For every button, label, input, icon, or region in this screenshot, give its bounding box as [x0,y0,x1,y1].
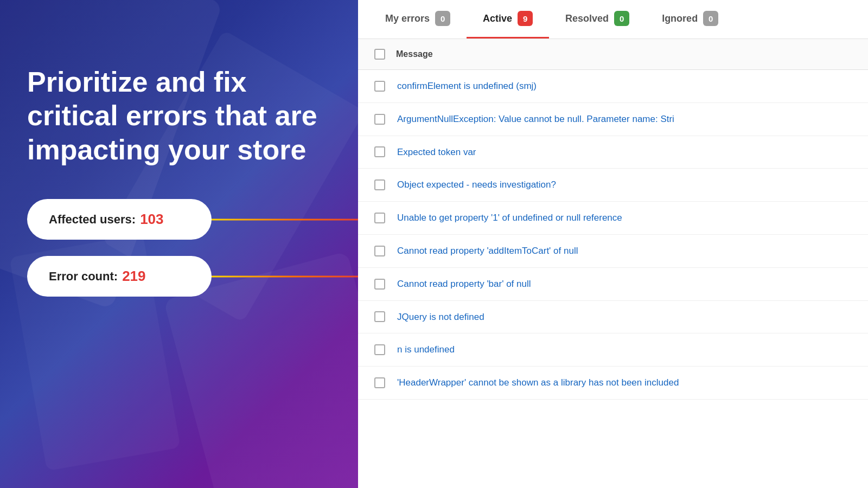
error-message: confirmElement is undefined (smj) [397,80,537,93]
error-message: Object expected - needs investigation? [397,178,556,191]
error-checkbox[interactable] [374,344,385,355]
error-message: ArgumentNullException: Value cannot be n… [397,113,674,126]
affected-users-line [212,219,358,220]
affected-users-label: Affected users: [49,213,136,227]
tab-label: Resolved [565,13,609,24]
error-row[interactable]: ArgumentNullException: Value cannot be n… [358,103,868,136]
affected-users-card: Affected users: 103 [27,199,212,240]
error-row[interactable]: Cannot read property 'addItemToCart' of … [358,235,868,268]
error-count-line [212,275,358,277]
tab-badge: 0 [435,11,450,26]
error-row[interactable]: 'HeaderWrapper' cannot be shown as a lib… [358,367,868,400]
tab-badge: 9 [518,11,533,26]
error-checkbox[interactable] [374,179,385,190]
error-checkbox[interactable] [374,213,385,223]
error-checkbox[interactable] [374,311,385,322]
tab-badge: 0 [614,11,629,26]
tabs-bar: My errors0Active9Resolved0Ignored0 [358,0,868,39]
error-checkbox[interactable] [374,279,385,290]
list-header-label: Message [396,49,433,59]
tab-ignored[interactable]: Ignored0 [646,0,735,38]
error-row[interactable]: JQuery is not defined [358,301,868,334]
error-message: n is undefined [397,343,455,356]
error-message: JQuery is not defined [397,311,484,324]
stats-container: Affected users: 103 Error count: 219 [27,199,331,297]
tab-resolved[interactable]: Resolved0 [549,0,646,38]
tab-my-errors[interactable]: My errors0 [369,0,467,38]
error-row[interactable]: Cannot read property 'bar' of null [358,268,868,301]
list-header-row: Message [358,39,868,70]
header-checkbox[interactable] [374,49,385,60]
error-message: Expected token var [397,146,476,159]
error-count-value: 219 [122,268,145,285]
error-row[interactable]: n is undefined [358,333,868,367]
error-checkbox[interactable] [374,114,385,125]
tab-active[interactable]: Active9 [467,0,549,38]
errors-list: Message confirmElement is undefined (smj… [358,39,868,488]
left-panel: Prioritize and fix critical errors that … [0,0,358,488]
error-row[interactable]: confirmElement is undefined (smj) [358,70,868,103]
error-checkbox[interactable] [374,377,385,388]
error-checkbox[interactable] [374,81,385,92]
error-count-label: Error count: [49,269,118,284]
tab-badge: 0 [703,11,718,26]
error-row[interactable]: Unable to get property '1' of undefined … [358,202,868,235]
error-checkbox[interactable] [374,246,385,256]
error-message: Unable to get property '1' of undefined … [397,211,622,224]
error-message: Cannot read property 'bar' of null [397,278,531,291]
error-checkbox[interactable] [374,146,385,157]
affected-users-value: 103 [140,211,163,228]
right-panel: My errors0Active9Resolved0Ignored0 Messa… [358,0,868,488]
tab-label: My errors [385,13,430,24]
tab-label: Ignored [662,13,698,24]
error-message: Cannot read property 'addItemToCart' of … [397,245,578,258]
tab-label: Active [483,13,512,24]
error-message: 'HeaderWrapper' cannot be shown as a lib… [397,376,679,389]
error-row[interactable]: Object expected - needs investigation? [358,169,868,202]
error-row[interactable]: Expected token var [358,136,868,169]
error-count-card: Error count: 219 [27,256,212,297]
hero-title: Prioritize and fix critical errors that … [27,65,331,166]
